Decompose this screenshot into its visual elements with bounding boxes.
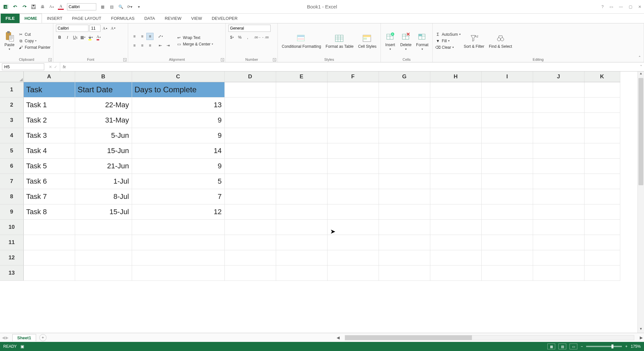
cell-J13[interactable] [533, 265, 584, 280]
cell-E11[interactable] [276, 235, 327, 250]
cell-E2[interactable] [276, 97, 327, 112]
column-header-D[interactable]: D [224, 72, 276, 82]
page-layout-view-button[interactable]: ▤ [558, 344, 566, 349]
zoom-out-button[interactable]: − [581, 344, 583, 349]
cell-K12[interactable] [584, 250, 620, 265]
cell-J1[interactable] [533, 82, 584, 97]
cell-G7[interactable] [379, 174, 430, 189]
select-all-button[interactable] [0, 72, 23, 82]
cell-J9[interactable] [533, 204, 584, 219]
cell-D11[interactable] [224, 235, 276, 250]
cell-J4[interactable] [533, 128, 584, 143]
number-format-combo[interactable] [228, 25, 271, 32]
cell-F3[interactable] [327, 112, 379, 128]
font-size-combo[interactable] [89, 25, 101, 32]
cell-J3[interactable] [533, 112, 584, 128]
accounting-button[interactable]: $▾ [228, 34, 235, 41]
tab-view[interactable]: VIEW [186, 14, 207, 23]
cell-K2[interactable] [584, 97, 620, 112]
cell-G10[interactable] [379, 219, 430, 235]
column-header-C[interactable]: C [132, 72, 224, 82]
cell-A10[interactable] [23, 219, 75, 235]
hscroll-left-icon[interactable]: ◀ [335, 335, 341, 340]
cell-I1[interactable] [481, 82, 533, 97]
cell-D4[interactable] [224, 128, 276, 143]
cell-C2[interactable]: 13 [132, 97, 224, 112]
column-header-H[interactable]: H [430, 72, 481, 82]
copy-button[interactable]: ⧉Copy ▾ [18, 38, 50, 44]
cell-K13[interactable] [584, 265, 620, 280]
scroll-thumb[interactable] [638, 78, 643, 185]
qat-font-combo[interactable] [67, 3, 96, 10]
decrease-indent-button[interactable]: ⇤ [157, 42, 164, 49]
clear-button[interactable]: ⌫Clear ▾ [435, 45, 460, 50]
cell-K3[interactable] [584, 112, 620, 128]
increase-decimal-button[interactable]: .00→ [254, 34, 261, 41]
row-header-8[interactable]: 8 [0, 189, 23, 204]
dialog-launcher-icon[interactable]: ↘ [48, 58, 52, 61]
align-center-button[interactable]: ≡ [139, 42, 146, 49]
row-header-13[interactable]: 13 [0, 265, 23, 280]
format-cells-button[interactable]: Format▼ [415, 30, 430, 51]
cell-J11[interactable] [533, 235, 584, 250]
cell-H8[interactable] [430, 189, 481, 204]
cell-B6[interactable]: 21-Jun [75, 158, 132, 174]
cell-H12[interactable] [430, 250, 481, 265]
column-header-I[interactable]: I [481, 72, 533, 82]
maximize-icon[interactable]: ▢ [629, 5, 632, 9]
cell-K5[interactable] [584, 143, 620, 158]
cell-I4[interactable] [481, 128, 533, 143]
cell-G4[interactable] [379, 128, 430, 143]
zoom-slider[interactable] [586, 346, 622, 347]
cell-E3[interactable] [276, 112, 327, 128]
row-header-5[interactable]: 5 [0, 143, 23, 158]
cell-G2[interactable] [379, 97, 430, 112]
cell-D1[interactable] [224, 82, 276, 97]
zoom-in-button[interactable]: + [625, 344, 627, 349]
enter-formula-icon[interactable]: ✓ [54, 65, 57, 69]
cell-J5[interactable] [533, 143, 584, 158]
qat-extra-4-icon[interactable]: ⟳▾ [127, 4, 133, 10]
cell-C1[interactable]: Days to Complete [132, 82, 224, 97]
cell-E1[interactable] [276, 82, 327, 97]
qat-extra-2-icon[interactable]: ▤ [109, 4, 114, 10]
name-box[interactable] [2, 63, 44, 70]
dialog-launcher-icon[interactable]: ↘ [123, 58, 127, 61]
cell-A6[interactable]: Task 5 [23, 158, 75, 174]
align-right-button[interactable]: ≡ [146, 42, 154, 49]
cell-F2[interactable] [327, 97, 379, 112]
cell-I6[interactable] [481, 158, 533, 174]
cell-D5[interactable] [224, 143, 276, 158]
cell-I3[interactable] [481, 112, 533, 128]
cell-E5[interactable] [276, 143, 327, 158]
cell-A13[interactable] [23, 265, 75, 280]
cell-F10[interactable] [327, 219, 379, 235]
page-break-view-button[interactable]: ▭ [570, 344, 577, 349]
conditional-formatting-button[interactable]: Conditional Formatting [280, 32, 322, 49]
cell-styles-button[interactable]: Cell Styles [357, 32, 378, 49]
sheet-nav-next-icon[interactable]: ▶ [6, 335, 8, 340]
cell-D2[interactable] [224, 97, 276, 112]
cell-A8[interactable]: Task 7 [23, 189, 75, 204]
row-header-12[interactable]: 12 [0, 250, 23, 265]
formula-input[interactable] [68, 64, 638, 70]
find-select-button[interactable]: Find & Select [488, 32, 513, 49]
quick-print-icon[interactable]: 🖶 [40, 4, 46, 10]
cell-H2[interactable] [430, 97, 481, 112]
cell-B3[interactable]: 31-May [75, 112, 132, 128]
cell-C7[interactable]: 5 [132, 174, 224, 189]
cell-B1[interactable]: Start Date [75, 82, 132, 97]
cell-K10[interactable] [584, 219, 620, 235]
help-icon[interactable]: ? [601, 5, 604, 9]
column-header-B[interactable]: B [75, 72, 132, 82]
cell-G5[interactable] [379, 143, 430, 158]
row-header-11[interactable]: 11 [0, 235, 23, 250]
cell-I8[interactable] [481, 189, 533, 204]
cell-F4[interactable] [327, 128, 379, 143]
cell-G6[interactable] [379, 158, 430, 174]
align-left-button[interactable]: ≡ [131, 42, 138, 49]
cell-J2[interactable] [533, 97, 584, 112]
cell-C5[interactable]: 14 [132, 143, 224, 158]
qat-extra-1-icon[interactable]: ▦ [100, 4, 105, 10]
cancel-formula-icon[interactable]: ✕ [49, 65, 52, 69]
